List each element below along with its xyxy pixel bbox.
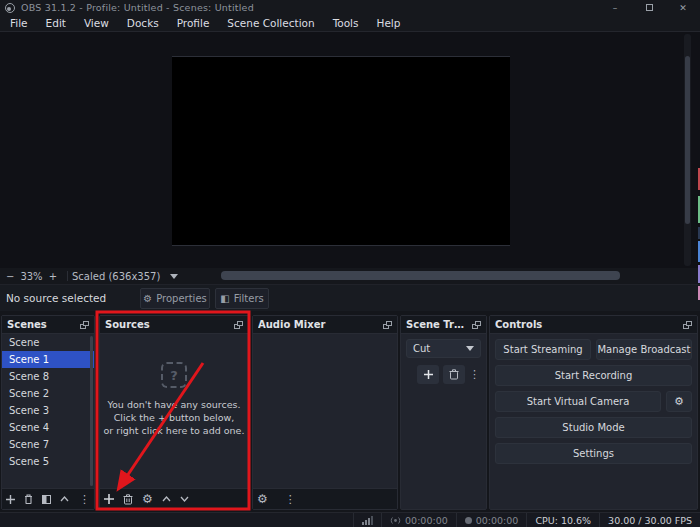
menu-scene-collection[interactable]: Scene Collection	[218, 15, 323, 31]
sources-empty-text: You don't have any sources.	[100, 398, 248, 411]
horizontal-scrollbar-thumb[interactable]	[221, 271, 620, 280]
audio-mixer-title: Audio Mixer	[258, 319, 380, 330]
title-bar: OBS 31.1.2 - Profile: Untitled - Scenes:…	[0, 0, 700, 15]
menu-docks[interactable]: Docks	[118, 15, 168, 31]
preview-zoom-bar: − 33% + Scaled (636x357)	[0, 268, 700, 284]
maximize-button[interactable]	[632, 0, 666, 15]
popout-icon[interactable]	[383, 321, 392, 329]
scene-item[interactable]: Scene 5	[2, 453, 94, 470]
scene-item-selected[interactable]: Scene 1	[2, 351, 94, 368]
scene-filters-button[interactable]	[42, 495, 51, 504]
menu-view[interactable]: View	[75, 15, 118, 31]
controls-panel: Controls Start Streaming Manage Broadcas…	[489, 315, 698, 510]
transition-select[interactable]: Cut	[406, 339, 481, 358]
scene-item[interactable]: Scene 4	[2, 419, 94, 436]
obs-logo-icon	[5, 3, 15, 13]
scene-transitions-header[interactable]: Scene Transi...	[401, 316, 486, 334]
popout-icon[interactable]	[234, 321, 243, 329]
studio-mode-button[interactable]: Studio Mode	[495, 417, 692, 438]
scenes-panel-title: Scenes	[7, 319, 77, 330]
record-timer: 00:00:00	[456, 513, 527, 527]
menu-bar: File Edit View Docks Profile Scene Colle…	[0, 15, 700, 32]
remove-scene-button[interactable]	[24, 494, 33, 504]
manage-broadcast-button[interactable]: Manage Broadcast	[596, 339, 692, 360]
settings-button[interactable]: Settings	[495, 443, 692, 464]
window-title: OBS 31.1.2 - Profile: Untitled - Scenes:…	[21, 2, 254, 13]
move-scene-up-button[interactable]	[60, 496, 69, 502]
zoom-in-button[interactable]: +	[43, 271, 63, 282]
divider	[67, 271, 68, 281]
close-button[interactable]: ✕	[666, 0, 700, 15]
scene-item[interactable]: Scene 8	[2, 368, 94, 385]
vertical-scrollbar-thumb[interactable]	[685, 56, 690, 224]
fps-counter: 30.00 / 30.00 FPS	[599, 513, 700, 527]
scene-transitions-title: Scene Transi...	[406, 319, 469, 330]
scenes-list: Scene Scene 1 Scene 8 Scene 2 Scene 3 Sc…	[2, 334, 94, 488]
scene-item[interactable]: Scene 7	[2, 436, 94, 453]
sources-empty-text: Click the + button below,	[100, 411, 248, 424]
sources-empty-area[interactable]: ? You don't have any sources. Click the …	[100, 334, 248, 488]
sources-toolbar: ⚙	[100, 488, 248, 509]
status-bar: 00:00:00 00:00:00 CPU: 10.6% 30.00 / 30.…	[0, 512, 700, 527]
sources-panel-title: Sources	[105, 319, 231, 330]
scenes-toolbar: ⋮	[2, 488, 94, 509]
record-dot-icon	[465, 517, 472, 524]
stream-timer: 00:00:00	[381, 513, 456, 527]
audio-mixer-panel: Audio Mixer ⚙ ⋮	[252, 315, 398, 510]
source-properties-gear-icon[interactable]: ⚙	[142, 492, 153, 506]
popout-icon[interactable]	[683, 321, 692, 329]
start-streaming-button[interactable]: Start Streaming	[495, 339, 591, 360]
chevron-down-icon[interactable]	[170, 274, 178, 279]
maximize-icon	[646, 4, 653, 11]
scenes-scrollbar[interactable]	[90, 336, 93, 486]
scenes-panel-header[interactable]: Scenes	[2, 316, 94, 334]
scenes-more-icon[interactable]: ⋮	[79, 494, 90, 505]
properties-button[interactable]: ⚙ Properties	[140, 288, 210, 309]
record-time: 00:00:00	[476, 515, 519, 526]
transitions-more-icon[interactable]: ⋮	[469, 369, 480, 380]
remove-transition-button[interactable]	[443, 365, 465, 384]
add-transition-button[interactable]	[417, 365, 439, 384]
scenes-panel: Scenes Scene Scene 1 Scene 8 Scene 2 Sce…	[1, 315, 95, 510]
cpu-usage: CPU: 10.6%	[526, 513, 599, 527]
menu-file[interactable]: File	[1, 15, 37, 31]
popout-icon[interactable]	[80, 321, 89, 329]
move-source-down-button[interactable]	[180, 496, 189, 502]
menu-edit[interactable]: Edit	[37, 15, 75, 31]
stream-time: 00:00:00	[405, 515, 448, 526]
filters-button[interactable]: ◧ Filters	[215, 288, 269, 309]
sources-panel-header[interactable]: Sources	[100, 316, 248, 334]
advanced-audio-gears-icon[interactable]: ⚙	[257, 492, 268, 506]
menu-profile[interactable]: Profile	[168, 15, 219, 31]
menu-help[interactable]: Help	[368, 15, 410, 31]
remove-source-button[interactable]	[123, 494, 133, 505]
preview-vertical-scrollbar[interactable]	[684, 34, 691, 266]
scene-item[interactable]: Scene	[2, 334, 94, 351]
add-source-button[interactable]	[104, 494, 114, 504]
scene-item[interactable]: Scene 2	[2, 385, 94, 402]
scene-item[interactable]: Scene 3	[2, 402, 94, 419]
popout-icon[interactable]	[472, 321, 481, 329]
preview-canvas[interactable]	[172, 56, 510, 246]
obs-window: OBS 31.1.2 - Profile: Untitled - Scenes:…	[0, 0, 700, 527]
gear-icon: ⚙	[674, 395, 684, 408]
start-virtual-camera-button[interactable]: Start Virtual Camera	[495, 391, 661, 412]
audio-mixer-more-icon[interactable]: ⋮	[285, 494, 296, 505]
controls-title: Controls	[495, 319, 680, 330]
controls-header[interactable]: Controls	[490, 316, 697, 334]
move-source-up-button[interactable]	[162, 496, 171, 502]
add-scene-button[interactable]	[6, 495, 15, 504]
menu-tools[interactable]: Tools	[324, 15, 368, 31]
zoom-out-button[interactable]: −	[0, 271, 20, 282]
sources-panel: Sources ? You don't have any sources. Cl…	[99, 315, 249, 510]
question-box-icon: ?	[161, 362, 187, 388]
start-recording-button[interactable]: Start Recording	[495, 365, 692, 386]
filter-icon: ◧	[220, 293, 229, 304]
signal-bars-icon	[362, 516, 373, 525]
preview-viewport	[0, 32, 700, 268]
audio-mixer-header[interactable]: Audio Mixer	[253, 316, 397, 334]
virtual-camera-config-button[interactable]: ⚙	[666, 391, 692, 412]
scale-label: Scaled (636x357)	[72, 271, 160, 282]
minimize-button[interactable]: –	[598, 0, 632, 15]
filters-label: Filters	[234, 293, 264, 304]
